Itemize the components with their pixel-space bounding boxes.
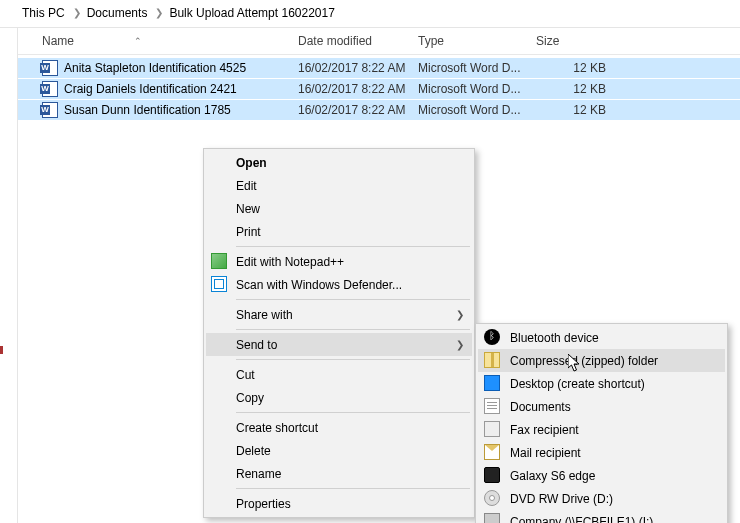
column-header-size[interactable]: Size [536, 34, 616, 48]
file-size: 12 KB [536, 82, 606, 96]
documents-icon [484, 398, 500, 414]
context-submenu-send-to: ᛒ Bluetooth device Compressed (zipped) f… [475, 323, 728, 523]
menu-item-open[interactable]: Open [206, 151, 472, 174]
context-menu: Open Edit New Print Edit with Notepad++ … [203, 148, 475, 518]
submenu-item-mail[interactable]: Mail recipient [478, 441, 725, 464]
file-type: Microsoft Word D... [418, 61, 536, 75]
column-header-name[interactable]: Name ⌃ [42, 34, 298, 48]
desktop-icon [484, 375, 500, 391]
menu-item-new[interactable]: New [206, 197, 472, 220]
menu-separator [236, 488, 470, 489]
word-doc-icon [42, 60, 58, 76]
column-header-type[interactable]: Type [418, 34, 536, 48]
file-name: Anita Stapleton Identification 4525 [64, 61, 298, 75]
file-type: Microsoft Word D... [418, 82, 536, 96]
file-type: Microsoft Word D... [418, 103, 536, 117]
submenu-item-dvd-drive[interactable]: DVD RW Drive (D:) [478, 487, 725, 510]
menu-item-print[interactable]: Print [206, 220, 472, 243]
bluetooth-icon: ᛒ [484, 329, 500, 345]
menu-item-edit[interactable]: Edit [206, 174, 472, 197]
chevron-right-icon: ❯ [456, 309, 464, 320]
word-doc-icon [42, 102, 58, 118]
menu-separator [236, 246, 470, 247]
phone-icon [484, 467, 500, 483]
submenu-item-compressed-folder[interactable]: Compressed (zipped) folder [478, 349, 725, 372]
menu-item-send-to[interactable]: Send to ❯ [206, 333, 472, 356]
defender-icon [211, 276, 227, 292]
submenu-item-desktop-shortcut[interactable]: Desktop (create shortcut) [478, 372, 725, 395]
submenu-item-documents[interactable]: Documents [478, 395, 725, 418]
file-date: 16/02/2017 8:22 AM [298, 103, 418, 117]
chevron-right-icon: ❯ [155, 7, 163, 18]
menu-item-properties[interactable]: Properties [206, 492, 472, 515]
menu-separator [236, 299, 470, 300]
column-header-date[interactable]: Date modified [298, 34, 418, 48]
marker-icon [0, 346, 3, 354]
notepadpp-icon [211, 253, 227, 269]
menu-separator [236, 359, 470, 360]
chevron-right-icon: ❯ [456, 339, 464, 350]
menu-item-delete[interactable]: Delete [206, 439, 472, 462]
menu-item-edit-notepadpp[interactable]: Edit with Notepad++ [206, 250, 472, 273]
dvd-icon [484, 490, 500, 506]
menu-item-share-with[interactable]: Share with ❯ [206, 303, 472, 326]
menu-separator [236, 412, 470, 413]
file-name: Craig Daniels Identification 2421 [64, 82, 298, 96]
breadcrumb-item[interactable]: Documents [87, 6, 148, 20]
menu-item-rename[interactable]: Rename [206, 462, 472, 485]
submenu-item-network-drive[interactable]: Company (\\FCBFILE1) (I:) [478, 510, 725, 523]
file-date: 16/02/2017 8:22 AM [298, 61, 418, 75]
file-list: Anita Stapleton Identification 4525 16/0… [18, 55, 740, 120]
menu-item-scan-defender[interactable]: Scan with Windows Defender... [206, 273, 472, 296]
menu-separator [236, 329, 470, 330]
network-drive-icon [484, 513, 500, 523]
column-headers: Name ⌃ Date modified Type Size [18, 28, 740, 55]
chevron-right-icon: ❯ [73, 7, 81, 18]
submenu-item-galaxy[interactable]: Galaxy S6 edge [478, 464, 725, 487]
breadcrumb-item[interactable]: Bulk Upload Attempt 16022017 [169, 6, 334, 20]
menu-item-create-shortcut[interactable]: Create shortcut [206, 416, 472, 439]
file-size: 12 KB [536, 61, 606, 75]
fax-icon [484, 421, 500, 437]
zip-folder-icon [484, 352, 500, 368]
file-size: 12 KB [536, 103, 606, 117]
file-row[interactable]: Anita Stapleton Identification 4525 16/0… [18, 57, 740, 78]
menu-item-copy[interactable]: Copy [206, 386, 472, 409]
sort-caret-icon: ⌃ [134, 36, 142, 46]
file-date: 16/02/2017 8:22 AM [298, 82, 418, 96]
file-row[interactable]: Craig Daniels Identification 2421 16/02/… [18, 78, 740, 99]
nav-pane-collapsed[interactable] [0, 28, 18, 523]
submenu-item-bluetooth[interactable]: ᛒ Bluetooth device [478, 326, 725, 349]
breadcrumb[interactable]: This PC ❯ Documents ❯ Bulk Upload Attemp… [0, 0, 740, 28]
word-doc-icon [42, 81, 58, 97]
submenu-item-fax[interactable]: Fax recipient [478, 418, 725, 441]
breadcrumb-item[interactable]: This PC [22, 6, 65, 20]
file-name: Susan Dunn Identification 1785 [64, 103, 298, 117]
file-row[interactable]: Susan Dunn Identification 1785 16/02/201… [18, 99, 740, 120]
menu-item-cut[interactable]: Cut [206, 363, 472, 386]
mail-icon [484, 444, 500, 460]
